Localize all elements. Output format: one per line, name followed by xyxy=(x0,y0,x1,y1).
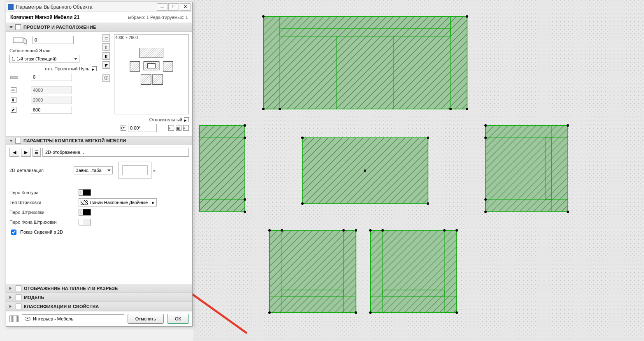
svg-rect-53 xyxy=(370,230,457,313)
nav-page-label[interactable]: 2D-отображение... xyxy=(42,148,189,157)
show-seats-label: Показ Сидений в 2D xyxy=(20,230,63,234)
svg-point-59 xyxy=(456,229,458,232)
section-plan-header[interactable]: ОТОБРАЖЕНИЕ НА ПЛАНЕ И В РАЗРЕЗЕ xyxy=(6,284,192,293)
params-icon xyxy=(15,138,21,144)
dialog-title: Параметры Выбранного Объекта xyxy=(16,4,156,10)
preview-mode-iso[interactable]: ◩ xyxy=(102,61,110,69)
svg-point-15 xyxy=(466,108,468,110)
detail-label: 2D-детализация xyxy=(9,168,71,173)
svg-point-48 xyxy=(355,229,357,232)
cancel-button[interactable]: Отменить xyxy=(128,314,164,324)
svg-point-49 xyxy=(268,311,271,314)
dim-z-icon: ⬈ xyxy=(11,107,16,113)
section-plan-title: ОТОБРАЖЕНИЕ НА ПЛАНЕ И В РАЗРЕЗЕ xyxy=(24,286,118,291)
svg-rect-66 xyxy=(10,76,18,79)
contour-pen-swatch[interactable]: I xyxy=(79,189,91,196)
bottom-elevation-input[interactable] xyxy=(31,73,72,81)
svg-rect-65 xyxy=(13,38,23,43)
hatch-pen-swatch[interactable]: I xyxy=(79,209,91,216)
section-classif-title: КЛАССИФИКАЦИЯ И СВОЙСТВА xyxy=(24,304,99,309)
section-preview-header[interactable]: ПРОСМОТР И РАСПОЛОЖЕНИЕ xyxy=(6,23,192,32)
svg-rect-69 xyxy=(130,62,140,72)
contour-pen-label: Перо Контура xyxy=(9,190,75,195)
svg-point-58 xyxy=(369,229,372,232)
chevron-down-icon xyxy=(74,58,77,60)
close-button[interactable]: ✕ xyxy=(180,3,191,11)
svg-point-38 xyxy=(484,211,487,213)
svg-rect-73 xyxy=(141,74,151,85)
minimize-button[interactable]: ─ xyxy=(157,3,167,11)
mirror-y-icon[interactable]: ⊠ xyxy=(176,125,181,131)
svg-rect-74 xyxy=(153,74,163,85)
top-elevation-input[interactable] xyxy=(33,36,74,44)
svg-rect-24 xyxy=(200,125,245,212)
svg-point-60 xyxy=(369,311,372,314)
own-story-label: Собственный Этаж: xyxy=(9,48,51,53)
preview-mode-3d[interactable]: ◧ xyxy=(102,52,110,60)
section-preview-title: ПРОСМОТР И РАСПОЛОЖЕНИЕ xyxy=(23,25,96,30)
nav-list-button[interactable]: ☰ xyxy=(33,148,41,157)
svg-point-23 xyxy=(364,169,366,172)
svg-point-28 xyxy=(244,211,246,213)
hatch-bg-pen-label: Перо Фона Штриховки xyxy=(9,220,75,225)
chevron-down-icon xyxy=(107,169,111,172)
arrow-right-icon[interactable]: ▸ xyxy=(153,168,156,173)
maximize-button[interactable]: ☐ xyxy=(168,3,179,11)
detail-dropdown[interactable]: Завис...таба xyxy=(74,166,113,174)
svg-point-16 xyxy=(279,108,281,110)
preview-mode-front[interactable]: ▯ xyxy=(102,43,110,51)
svg-point-19 xyxy=(301,137,304,139)
dim-y-input xyxy=(31,96,72,104)
svg-rect-68 xyxy=(140,48,163,58)
eye-icon xyxy=(25,317,30,321)
svg-point-30 xyxy=(244,198,246,201)
svg-point-61 xyxy=(456,311,458,314)
plan-icon xyxy=(16,285,21,291)
selection-info: ыбрано: 1 Редактируемых: 1 xyxy=(128,15,188,20)
section-params-header[interactable]: ПАРАМЕТРЫ КОМПЛЕКТА МЯГКОЙ МЕБЕЛИ xyxy=(6,136,192,145)
own-story-value: 1. 1-й этаж (Текущий) xyxy=(12,56,56,61)
svg-point-36 xyxy=(484,124,487,127)
dim-z-input[interactable] xyxy=(31,106,72,114)
section-params-title: ПАРАМЕТРЫ КОМПЛЕКТА МЯГКОЙ МЕБЕЛИ xyxy=(23,138,126,143)
mirror-x-icon[interactable]: ▫ xyxy=(168,125,174,131)
chevron-right-icon xyxy=(9,296,13,299)
svg-point-40 xyxy=(484,137,487,139)
ok-button[interactable]: ОК xyxy=(167,314,189,324)
section-model-header[interactable]: МОДЕЛЬ xyxy=(6,293,192,302)
arrow-right-icon[interactable]: ▸ xyxy=(92,66,97,71)
classif-icon xyxy=(16,304,21,309)
preview-info[interactable]: ⓘ xyxy=(102,74,110,82)
hatch-bg-pen-swatch[interactable] xyxy=(79,219,91,225)
own-story-dropdown[interactable]: 1. 1-й этаж (Текущий) xyxy=(9,55,79,63)
arrow-right-icon[interactable]: ▸ xyxy=(184,117,189,122)
layer-dropdown[interactable]: Интерьер - Мебель xyxy=(22,314,124,323)
hatch-sample-icon xyxy=(81,200,88,205)
section-classif-header[interactable]: КЛАССИФИКАЦИЯ И СВОЙСТВА xyxy=(6,302,192,311)
svg-point-13 xyxy=(466,15,468,18)
svg-point-21 xyxy=(301,202,304,205)
nav-prev-button[interactable]: ◀ xyxy=(9,148,19,157)
svg-point-20 xyxy=(427,137,429,139)
svg-rect-31 xyxy=(486,125,568,212)
nav-next-button[interactable]: ▶ xyxy=(21,148,31,157)
angle-input[interactable] xyxy=(128,124,157,132)
preview-mode-plan[interactable]: ▭ xyxy=(102,34,110,42)
show-seats-checkbox[interactable] xyxy=(11,230,16,235)
chevron-down-icon xyxy=(9,26,13,28)
mirror-z-icon[interactable]: ▫ xyxy=(183,125,189,131)
detail-value: Завис...таба xyxy=(76,168,102,173)
svg-point-41 xyxy=(484,198,487,201)
hatch-value: Линии Наклонные Двойные xyxy=(90,200,151,205)
svg-point-47 xyxy=(268,229,271,232)
titlebar[interactable]: Параметры Выбранного Объекта ─ ☐ ✕ xyxy=(6,2,192,12)
chevron-down-icon xyxy=(9,140,13,142)
chevron-right-icon xyxy=(9,305,13,308)
preview-viewport[interactable]: 4000 x 2900 xyxy=(114,34,189,114)
svg-point-22 xyxy=(427,202,429,205)
app-icon xyxy=(8,4,14,10)
detail-thumbnail[interactable]: ▸ xyxy=(119,162,151,179)
drawing-canvas[interactable] xyxy=(193,0,644,341)
hatch-pen-label: Перо Штриховки xyxy=(9,210,75,215)
hatch-type-dropdown[interactable]: Линии Наклонные Двойные ▸ xyxy=(79,198,157,206)
